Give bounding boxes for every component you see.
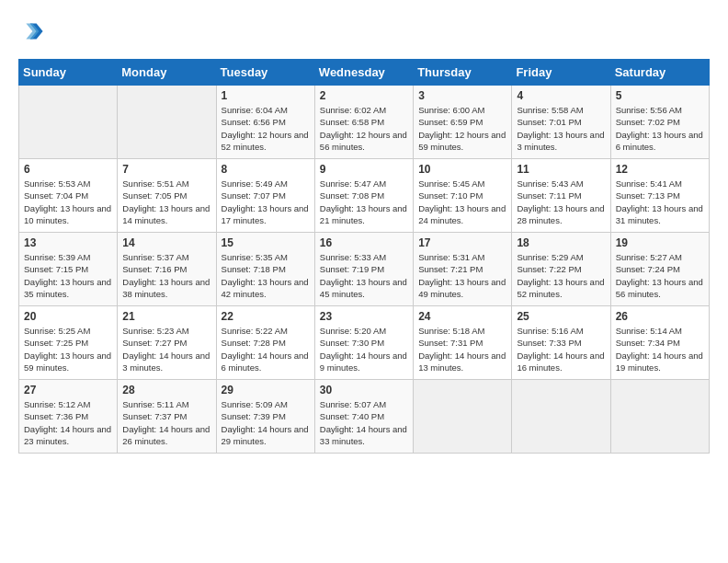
calendar-cell: 11Sunrise: 5:43 AM Sunset: 7:11 PM Dayli… xyxy=(512,159,610,233)
calendar-cell: 4Sunrise: 5:58 AM Sunset: 7:01 PM Daylig… xyxy=(512,86,610,159)
day-number: 22 xyxy=(222,310,310,323)
day-info: Sunrise: 5:56 AM Sunset: 7:02 PM Dayligh… xyxy=(616,104,704,153)
calendar-cell: 18Sunrise: 5:29 AM Sunset: 7:22 PM Dayli… xyxy=(512,233,610,306)
day-info: Sunrise: 5:22 AM Sunset: 7:28 PM Dayligh… xyxy=(222,325,310,373)
day-number: 28 xyxy=(122,384,210,396)
weekday-header-tuesday: Tuesday xyxy=(216,60,314,86)
day-info: Sunrise: 5:20 AM Sunset: 7:30 PM Dayligh… xyxy=(320,325,408,373)
day-info: Sunrise: 5:29 AM Sunset: 7:22 PM Dayligh… xyxy=(517,251,605,300)
calendar-cell: 22Sunrise: 5:22 AM Sunset: 7:28 PM Dayli… xyxy=(216,306,314,380)
calendar-cell: 27Sunrise: 5:12 AM Sunset: 7:36 PM Dayli… xyxy=(19,380,118,454)
day-info: Sunrise: 5:12 AM Sunset: 7:36 PM Dayligh… xyxy=(24,398,112,447)
day-info: Sunrise: 5:35 AM Sunset: 7:18 PM Dayligh… xyxy=(222,251,310,300)
day-number: 25 xyxy=(517,310,605,323)
calendar-cell: 6Sunrise: 5:53 AM Sunset: 7:04 PM Daylig… xyxy=(19,159,118,233)
calendar-cell: 26Sunrise: 5:14 AM Sunset: 7:34 PM Dayli… xyxy=(610,306,709,380)
calendar-cell xyxy=(414,380,512,454)
day-info: Sunrise: 6:04 AM Sunset: 6:56 PM Dayligh… xyxy=(222,104,310,153)
calendar-cell: 15Sunrise: 5:35 AM Sunset: 7:18 PM Dayli… xyxy=(216,233,314,306)
day-info: Sunrise: 5:25 AM Sunset: 7:25 PM Dayligh… xyxy=(24,325,112,373)
day-number: 2 xyxy=(320,89,408,102)
day-number: 1 xyxy=(222,89,310,102)
calendar-cell xyxy=(19,86,118,159)
day-info: Sunrise: 5:51 AM Sunset: 7:05 PM Dayligh… xyxy=(122,178,210,226)
day-number: 20 xyxy=(24,310,112,323)
logo xyxy=(18,18,48,44)
calendar-cell: 12Sunrise: 5:41 AM Sunset: 7:13 PM Dayli… xyxy=(610,159,709,233)
day-info: Sunrise: 5:18 AM Sunset: 7:31 PM Dayligh… xyxy=(418,325,506,373)
day-info: Sunrise: 5:58 AM Sunset: 7:01 PM Dayligh… xyxy=(517,104,605,153)
day-info: Sunrise: 5:31 AM Sunset: 7:21 PM Dayligh… xyxy=(418,251,506,300)
day-info: Sunrise: 5:16 AM Sunset: 7:33 PM Dayligh… xyxy=(517,325,605,373)
page-header xyxy=(18,18,710,44)
day-number: 4 xyxy=(517,89,605,102)
day-number: 14 xyxy=(122,236,210,249)
calendar-cell: 3Sunrise: 6:00 AM Sunset: 6:59 PM Daylig… xyxy=(414,86,512,159)
day-number: 30 xyxy=(320,384,408,396)
calendar-cell: 2Sunrise: 6:02 AM Sunset: 6:58 PM Daylig… xyxy=(314,86,413,159)
day-number: 19 xyxy=(616,236,704,249)
calendar-cell: 9Sunrise: 5:47 AM Sunset: 7:08 PM Daylig… xyxy=(314,159,413,233)
day-info: Sunrise: 5:23 AM Sunset: 7:27 PM Dayligh… xyxy=(122,325,210,373)
day-info: Sunrise: 6:02 AM Sunset: 6:58 PM Dayligh… xyxy=(320,104,408,153)
day-info: Sunrise: 5:27 AM Sunset: 7:24 PM Dayligh… xyxy=(616,251,704,300)
calendar-cell: 30Sunrise: 5:07 AM Sunset: 7:40 PM Dayli… xyxy=(314,380,413,454)
calendar-cell: 21Sunrise: 5:23 AM Sunset: 7:27 PM Dayli… xyxy=(118,306,216,380)
day-number: 24 xyxy=(418,310,506,323)
calendar-cell: 29Sunrise: 5:09 AM Sunset: 7:39 PM Dayli… xyxy=(216,380,314,454)
day-number: 16 xyxy=(320,236,408,249)
day-info: Sunrise: 5:53 AM Sunset: 7:04 PM Dayligh… xyxy=(24,178,112,226)
day-number: 9 xyxy=(320,163,408,176)
day-info: Sunrise: 5:49 AM Sunset: 7:07 PM Dayligh… xyxy=(222,178,310,226)
day-info: Sunrise: 5:14 AM Sunset: 7:34 PM Dayligh… xyxy=(616,325,704,373)
day-info: Sunrise: 5:41 AM Sunset: 7:13 PM Dayligh… xyxy=(616,178,704,226)
weekday-header-sunday: Sunday xyxy=(19,60,118,86)
weekday-header-thursday: Thursday xyxy=(414,60,512,86)
calendar-cell: 19Sunrise: 5:27 AM Sunset: 7:24 PM Dayli… xyxy=(610,233,709,306)
calendar-cell: 28Sunrise: 5:11 AM Sunset: 7:37 PM Dayli… xyxy=(118,380,216,454)
logo-icon xyxy=(18,18,44,44)
calendar-cell: 1Sunrise: 6:04 AM Sunset: 6:56 PM Daylig… xyxy=(216,86,314,159)
weekday-header-wednesday: Wednesday xyxy=(314,60,413,86)
calendar-cell: 13Sunrise: 5:39 AM Sunset: 7:15 PM Dayli… xyxy=(19,233,118,306)
calendar-cell xyxy=(610,380,709,454)
day-info: Sunrise: 5:39 AM Sunset: 7:15 PM Dayligh… xyxy=(24,251,112,300)
day-info: Sunrise: 5:37 AM Sunset: 7:16 PM Dayligh… xyxy=(122,251,210,300)
calendar-cell: 8Sunrise: 5:49 AM Sunset: 7:07 PM Daylig… xyxy=(216,159,314,233)
day-number: 23 xyxy=(320,310,408,323)
day-number: 3 xyxy=(418,89,506,102)
calendar-cell: 5Sunrise: 5:56 AM Sunset: 7:02 PM Daylig… xyxy=(610,86,709,159)
calendar-cell: 16Sunrise: 5:33 AM Sunset: 7:19 PM Dayli… xyxy=(314,233,413,306)
weekday-header-monday: Monday xyxy=(118,60,216,86)
day-info: Sunrise: 5:09 AM Sunset: 7:39 PM Dayligh… xyxy=(222,398,310,447)
day-number: 26 xyxy=(616,310,704,323)
day-number: 11 xyxy=(517,163,605,176)
calendar-table: SundayMondayTuesdayWednesdayThursdayFrid… xyxy=(18,59,710,454)
calendar-cell: 24Sunrise: 5:18 AM Sunset: 7:31 PM Dayli… xyxy=(414,306,512,380)
calendar-cell xyxy=(118,86,216,159)
day-info: Sunrise: 5:33 AM Sunset: 7:19 PM Dayligh… xyxy=(320,251,408,300)
day-number: 12 xyxy=(616,163,704,176)
day-info: Sunrise: 5:45 AM Sunset: 7:10 PM Dayligh… xyxy=(418,178,506,226)
day-info: Sunrise: 5:47 AM Sunset: 7:08 PM Dayligh… xyxy=(320,178,408,226)
weekday-header-saturday: Saturday xyxy=(610,60,709,86)
day-info: Sunrise: 6:00 AM Sunset: 6:59 PM Dayligh… xyxy=(418,104,506,153)
day-info: Sunrise: 5:43 AM Sunset: 7:11 PM Dayligh… xyxy=(517,178,605,226)
day-number: 6 xyxy=(24,163,112,176)
day-number: 18 xyxy=(517,236,605,249)
calendar-cell: 17Sunrise: 5:31 AM Sunset: 7:21 PM Dayli… xyxy=(414,233,512,306)
calendar-cell: 25Sunrise: 5:16 AM Sunset: 7:33 PM Dayli… xyxy=(512,306,610,380)
calendar-cell: 14Sunrise: 5:37 AM Sunset: 7:16 PM Dayli… xyxy=(118,233,216,306)
day-info: Sunrise: 5:07 AM Sunset: 7:40 PM Dayligh… xyxy=(320,398,408,447)
day-number: 21 xyxy=(122,310,210,323)
calendar-cell: 7Sunrise: 5:51 AM Sunset: 7:05 PM Daylig… xyxy=(118,159,216,233)
day-info: Sunrise: 5:11 AM Sunset: 7:37 PM Dayligh… xyxy=(122,398,210,447)
day-number: 29 xyxy=(222,384,310,396)
day-number: 13 xyxy=(24,236,112,249)
day-number: 5 xyxy=(616,89,704,102)
weekday-header-friday: Friday xyxy=(512,60,610,86)
calendar-cell xyxy=(512,380,610,454)
calendar-cell: 10Sunrise: 5:45 AM Sunset: 7:10 PM Dayli… xyxy=(414,159,512,233)
calendar-cell: 23Sunrise: 5:20 AM Sunset: 7:30 PM Dayli… xyxy=(314,306,413,380)
day-number: 15 xyxy=(222,236,310,249)
